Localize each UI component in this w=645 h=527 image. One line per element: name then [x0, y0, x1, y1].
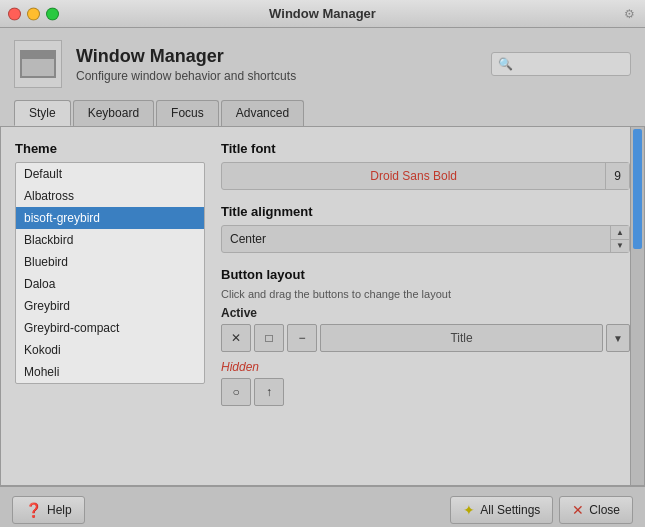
app-title: Window Manager — [76, 46, 296, 67]
help-button[interactable]: ❓ Help — [12, 496, 85, 524]
font-size: 9 — [605, 163, 629, 189]
tab-focus[interactable]: Focus — [156, 100, 219, 126]
theme-label: Theme — [15, 141, 205, 156]
tab-keyboard[interactable]: Keyboard — [73, 100, 154, 126]
help-label: Help — [47, 503, 72, 517]
panel-body: Theme Default Albatross bisoft-greybird … — [0, 126, 645, 486]
spinner-up-button[interactable]: ▲ — [611, 226, 629, 240]
minimize-layout-btn[interactable]: − — [287, 324, 317, 352]
footer: ❓ Help ✦ All Settings ✕ Close — [0, 486, 645, 527]
close-icon: ✕ — [572, 502, 584, 518]
layout-dropdown[interactable]: ▼ — [606, 324, 630, 352]
alignment-value: Center — [222, 232, 610, 246]
close-window-button[interactable] — [8, 7, 21, 20]
search-icon: 🔍 — [498, 57, 513, 71]
theme-item-blackbird[interactable]: Blackbird — [16, 229, 204, 251]
tab-advanced[interactable]: Advanced — [221, 100, 304, 126]
theme-item-greybird[interactable]: Greybird — [16, 295, 204, 317]
theme-item-greybird-compact[interactable]: Greybird-compact — [16, 317, 204, 339]
hidden-label: Hidden — [221, 360, 630, 374]
scrollbar[interactable] — [630, 127, 644, 485]
close-layout-btn[interactable]: ✕ — [221, 324, 251, 352]
all-settings-icon: ✦ — [463, 502, 475, 518]
window-title: Window Manager — [269, 6, 376, 21]
close-button[interactable]: ✕ Close — [559, 496, 633, 524]
theme-list: Default Albatross bisoft-greybird Blackb… — [15, 162, 205, 384]
title-font-label: Title font — [221, 141, 630, 156]
app-icon-titlebar — [22, 52, 54, 59]
theme-item-default[interactable]: Default — [16, 163, 204, 185]
button-layout-group: Button layout Click and drag the buttons… — [221, 267, 630, 406]
theme-item-bisoft-greybird[interactable]: bisoft-greybird — [16, 207, 204, 229]
button-layout-label: Button layout — [221, 267, 630, 282]
maximize-window-button[interactable] — [46, 7, 59, 20]
title-alignment-group: Title alignment Center ▲ ▼ — [221, 204, 630, 253]
theme-item-daloa[interactable]: Daloa — [16, 273, 204, 295]
theme-section: Theme Default Albatross bisoft-greybird … — [15, 141, 205, 471]
title-font-group: Title font Droid Sans Bold 9 — [221, 141, 630, 190]
font-name: Droid Sans Bold — [222, 169, 605, 183]
app-subtitle: Configure window behavior and shortcuts — [76, 69, 296, 83]
alignment-row[interactable]: Center ▲ ▼ — [221, 225, 630, 253]
all-settings-button[interactable]: ✦ All Settings — [450, 496, 553, 524]
close-label: Close — [589, 503, 620, 517]
app-header: Window Manager Configure window behavior… — [14, 40, 631, 88]
spinner-down-button[interactable]: ▼ — [611, 240, 629, 253]
theme-item-bluebird[interactable]: Bluebird — [16, 251, 204, 273]
title-spacer[interactable]: Title — [320, 324, 603, 352]
button-layout-desc: Click and drag the buttons to change the… — [221, 288, 630, 300]
app-icon — [14, 40, 62, 88]
hidden-btn-1[interactable]: ○ — [221, 378, 251, 406]
scrollbar-thumb[interactable] — [633, 129, 642, 249]
hidden-btn-2[interactable]: ↑ — [254, 378, 284, 406]
settings-icon: ⚙ — [624, 7, 635, 21]
header-search[interactable]: 🔍 — [491, 52, 631, 76]
app-icon-inner — [20, 50, 56, 78]
app-title-block: Window Manager Configure window behavior… — [76, 46, 296, 83]
settings-section: Title font Droid Sans Bold 9 Title align… — [221, 141, 630, 471]
window-controls — [8, 7, 59, 20]
all-settings-label: All Settings — [480, 503, 540, 517]
theme-item-albatross[interactable]: Albatross — [16, 185, 204, 207]
tabs: Style Keyboard Focus Advanced — [14, 100, 631, 126]
minimize-window-button[interactable] — [27, 7, 40, 20]
theme-item-kokodi[interactable]: Kokodi — [16, 339, 204, 361]
maximize-layout-btn[interactable]: □ — [254, 324, 284, 352]
active-layout-row: ✕ □ − Title ▼ — [221, 324, 630, 352]
title-alignment-label: Title alignment — [221, 204, 630, 219]
spinner-btns: ▲ ▼ — [610, 226, 629, 252]
theme-item-moheli[interactable]: Moheli — [16, 361, 204, 383]
help-icon: ❓ — [25, 502, 42, 518]
hidden-layout-row: ○ ↑ — [221, 378, 630, 406]
tab-style[interactable]: Style — [14, 100, 71, 126]
active-label: Active — [221, 306, 630, 320]
footer-right: ✦ All Settings ✕ Close — [450, 496, 633, 524]
app-header-section: Window Manager Configure window behavior… — [0, 28, 645, 126]
font-row[interactable]: Droid Sans Bold 9 — [221, 162, 630, 190]
titlebar: Window Manager ⚙ — [0, 0, 645, 28]
